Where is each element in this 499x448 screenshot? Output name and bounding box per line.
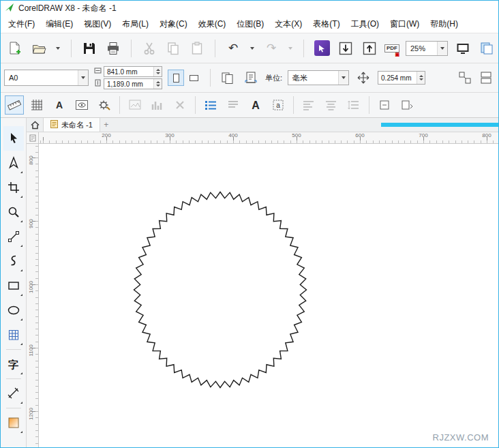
show-rulers-button[interactable] <box>478 40 496 57</box>
menu-bitmaps[interactable]: 位图(B) <box>231 16 269 33</box>
landscape-icon <box>190 75 198 81</box>
all-pages-button[interactable] <box>219 69 237 87</box>
statistics-icon <box>148 95 167 115</box>
cut-icon[interactable] <box>140 40 158 57</box>
menu-layout[interactable]: 布局(L) <box>117 16 154 33</box>
welcome-home-button[interactable] <box>27 118 43 132</box>
toolbar-separator <box>71 40 72 57</box>
export-button[interactable] <box>361 40 378 57</box>
ellipse-tool[interactable] <box>3 298 24 323</box>
fullscreen-preview-button[interactable] <box>454 40 472 57</box>
publish-pdf-button[interactable]: PDF ▣ <box>384 40 399 57</box>
vruler-label: 800 <box>29 153 34 167</box>
hruler-label: 800 <box>482 133 491 138</box>
page-width-spinner[interactable] <box>153 67 162 76</box>
grid-icon[interactable] <box>27 95 46 115</box>
new-tab-button[interactable]: + <box>100 118 112 132</box>
redo-dropdown[interactable] <box>286 40 294 57</box>
import-button[interactable] <box>337 40 354 57</box>
undo-button[interactable]: ↶ <box>224 40 242 57</box>
canvas[interactable]: 800900100011001200 RJZXW.COM <box>27 144 498 447</box>
zoom-tool[interactable] <box>3 200 24 224</box>
freehand-tool[interactable] <box>3 224 24 249</box>
page-size-value: A0 <box>9 74 18 82</box>
text-tool[interactable]: 字 <box>3 352 24 376</box>
menu-text[interactable]: 文本(X) <box>269 16 307 33</box>
units-value: 毫米 <box>292 73 307 83</box>
horizontal-ruler[interactable]: 200300400500600700800 <box>39 132 498 143</box>
hruler-label: 700 <box>419 133 427 138</box>
ruler-origin-button[interactable] <box>27 132 39 143</box>
units-select[interactable]: 毫米 <box>288 70 349 85</box>
page-height-spinner[interactable] <box>153 79 162 89</box>
page-dimensions: 841.0 mm 1,189.0 mm <box>94 66 162 89</box>
copy-icon[interactable] <box>164 40 182 57</box>
vertical-ruler[interactable]: 800900100011001200 <box>27 144 39 447</box>
svg-text:a: a <box>276 102 280 109</box>
text-block-icon <box>224 95 243 115</box>
current-page-button[interactable] <box>242 69 260 87</box>
document-area: 未命名 -1 + 200300400500600700800 800900100… <box>27 118 498 447</box>
menu-object[interactable]: 对象(C) <box>154 16 193 33</box>
clipped-propbar-icon[interactable] <box>477 69 495 87</box>
window-title: CorelDRAW X8 - 未命名 -1 <box>18 3 117 14</box>
print-button[interactable] <box>104 40 122 57</box>
menu-help[interactable]: 帮助(H) <box>425 16 464 33</box>
toolbar2-separator <box>195 96 196 114</box>
frame-icon[interactable] <box>375 95 394 115</box>
character-box-icon[interactable]: a <box>269 95 288 115</box>
propbar-separator <box>210 69 211 87</box>
zoom-dropdown-caret[interactable] <box>437 42 447 55</box>
clear-transform-icon <box>170 95 190 115</box>
landscape-button[interactable] <box>185 70 202 86</box>
tab-bar-scroll-indicator[interactable] <box>381 123 498 127</box>
units-caret[interactable] <box>338 71 348 85</box>
toolbox-separator <box>6 349 21 350</box>
rectangle-tool[interactable] <box>3 273 24 298</box>
menu-file[interactable]: 文件(F) <box>3 16 40 33</box>
menu-window[interactable]: 窗口(W) <box>384 16 425 33</box>
zigzag-circle-shape[interactable] <box>134 192 307 388</box>
open-dropdown[interactable] <box>54 40 62 57</box>
menu-table[interactable]: 表格(T) <box>307 16 345 33</box>
snap-ruler-icon[interactable] <box>5 95 24 115</box>
portrait-button[interactable] <box>168 70 184 86</box>
menu-edit[interactable]: 编辑(E) <box>40 16 78 33</box>
page-size-caret[interactable] <box>78 70 88 85</box>
bulleted-list-icon[interactable] <box>201 95 220 115</box>
dimension-tool[interactable] <box>3 381 24 406</box>
interactive-fill-tool[interactable] <box>3 410 24 435</box>
toolbox-separator <box>6 378 21 379</box>
ruler-row: 200300400500600700800 <box>27 132 498 144</box>
shape-tool[interactable] <box>3 151 24 175</box>
text-flow-icon[interactable] <box>397 95 417 115</box>
paste-icon[interactable] <box>188 40 206 57</box>
crop-tool[interactable] <box>3 175 24 200</box>
menu-view[interactable]: 视图(V) <box>78 16 117 33</box>
duplicate-distance-icon[interactable] <box>456 69 474 87</box>
pick-tool[interactable] <box>3 126 24 151</box>
document-tab[interactable]: 未命名 -1 <box>43 118 100 132</box>
nudge-spinner[interactable] <box>417 72 425 84</box>
save-button[interactable] <box>80 40 98 57</box>
redo-button[interactable]: ↷ <box>262 40 280 57</box>
text-settings-icon[interactable] <box>95 95 114 115</box>
graph-paper-tool[interactable] <box>3 323 24 347</box>
menu-tools[interactable]: 工具(O) <box>346 16 384 33</box>
font-style-icon[interactable]: A <box>246 95 265 115</box>
undo-dropdown[interactable] <box>248 40 256 57</box>
artistic-media-tool[interactable] <box>3 249 24 273</box>
open-button[interactable] <box>30 40 48 57</box>
page-width-field[interactable]: 841.0 mm <box>104 66 162 77</box>
page-size-select[interactable]: A0 <box>4 70 89 86</box>
character-formatting-icon[interactable]: A <box>50 95 69 115</box>
menu-effects[interactable]: 效果(C) <box>193 16 232 33</box>
page-height-field[interactable]: 1,189.0 mm <box>104 78 162 89</box>
nudge-field[interactable]: 0.254 mm <box>378 71 425 85</box>
show-nonprinting-icon[interactable] <box>72 95 91 115</box>
new-document-button[interactable] <box>6 40 24 57</box>
units-label: 单位: <box>265 73 282 83</box>
search-content-button[interactable] <box>313 40 331 57</box>
zoom-level-select[interactable]: 25% <box>406 41 448 56</box>
document-tab-bar: 未命名 -1 + <box>27 118 498 132</box>
